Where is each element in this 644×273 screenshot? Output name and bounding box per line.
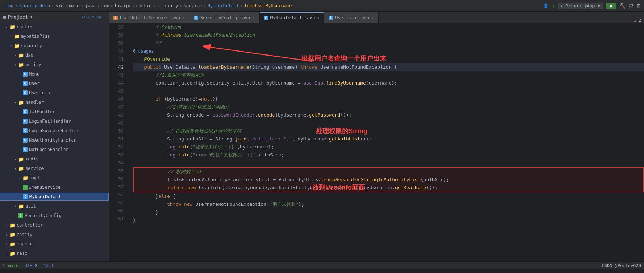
code-line-44: com.tianju.config.security.entity.User b…	[133, 79, 644, 87]
tree-item-IMenuService[interactable]: › I IMenuService	[0, 183, 109, 192]
settings-icon[interactable]: ⚙	[97, 14, 100, 20]
sort-icon[interactable]: ⇅	[92, 14, 95, 20]
tree-item-redis[interactable]: › 📁 redis	[0, 154, 109, 164]
top-bar-right: 👤 ↑ ⚙ SecurityApp ▼ ▶ 🔨 🛡 ⚙	[543, 2, 641, 9]
sidebar-toolbar: ⊕ ≡ ⇅ ⚙ −	[82, 14, 106, 20]
tab-warning: ⚠ 2	[634, 18, 644, 23]
run-config-dropdown[interactable]: ⚙ SecurityApp ▼	[558, 3, 603, 9]
main-layout: ▦ Project ▾ ⊕ ≡ ⇅ ⚙ − ▾ 📁 config	[0, 12, 644, 261]
code-line-59: throw new UsernameNotFoundException("用户未…	[133, 200, 644, 208]
tree-item-entity2[interactable]: › 📁 entity	[0, 230, 109, 239]
code-line-40: 6 usages	[133, 47, 644, 55]
tab-icon-blue-2: C	[329, 16, 333, 20]
project-icon: ▦	[3, 14, 6, 20]
code-editor: 37 38 39 40 41 42 43 44 45 46 47 48 49 5…	[109, 23, 644, 261]
tree-item-MyUserDetail[interactable]: › C MyUserDetail	[0, 192, 109, 201]
code-line-39: */	[133, 39, 644, 47]
top-bar: ring-security-demo › src › main › java ›…	[0, 0, 644, 12]
warning-icon: ⚠ 2	[634, 18, 641, 23]
tab-MyUserDetail[interactable]: C MyUserDetail.java ×	[260, 12, 324, 23]
code-line-57: return new UserInfo(username,encode,auth…	[134, 184, 643, 192]
tab-label: UserDetailsService.java	[120, 15, 180, 20]
tree-item-entity[interactable]: ▾ 📁 entity	[0, 60, 109, 69]
tree-item-LoginSuccessHandler[interactable]: › C LoginSuccessHandler	[0, 126, 109, 135]
sidebar-title: ▦ Project ▾	[3, 14, 33, 20]
git-branch: ⑂ main	[3, 263, 19, 268]
tree-item-JwtHandler[interactable]: › C JwtHandler	[0, 107, 109, 117]
sidebar-header: ▦ Project ▾ ⊕ ≡ ⇅ ⚙ −	[0, 12, 109, 22]
tree-item-LoginFailHandler[interactable]: › C LoginFailHandler	[0, 117, 109, 126]
tree-item-impl[interactable]: › 📁 impl	[0, 173, 109, 183]
tree-item-controller[interactable]: › 📁 controller	[0, 220, 109, 230]
tab-SecurityConfig[interactable]: C SecurityConfig.java ×	[189, 12, 260, 23]
code-line-42: ▶ public UserDetails loadUserByUsername(…	[133, 63, 644, 71]
build-button[interactable]: 🔨	[619, 3, 625, 9]
expand-all-icon[interactable]: ⊕	[82, 14, 85, 20]
tree-item-util[interactable]: › 📁 util	[0, 201, 109, 211]
code-line-58: }else {	[133, 192, 644, 200]
coverage-button[interactable]: 🛡	[628, 3, 633, 9]
tree-item-NoAuthorityHandler[interactable]: › C NoAuthorityHandler	[0, 135, 109, 145]
settings-icon[interactable]: ⚙	[636, 3, 641, 9]
code-line-60: }	[133, 208, 644, 216]
tree-item-Menu[interactable]: › C Menu	[0, 69, 109, 79]
tab-icon-blue: C	[194, 16, 198, 20]
tab-close[interactable]: ×	[317, 16, 320, 20]
collapse-all-icon[interactable]: ≡	[87, 14, 90, 20]
code-line-55: // 权限的list	[134, 168, 643, 176]
encoding: UTF-8	[24, 263, 37, 268]
tree-item-mybatisPlus[interactable]: › 📁 mybatisPlus	[0, 32, 109, 41]
code-line-61: }	[133, 216, 644, 224]
project-title: ring-security-demo	[3, 3, 50, 8]
code-line-52: log.info("登录的用户为：{}",byUsername);	[133, 143, 644, 151]
code-line-49	[133, 119, 644, 127]
status-right: CSDN @Perley620	[602, 263, 641, 268]
dropdown-icon[interactable]: ▾	[30, 14, 33, 20]
file-tree: ▾ 📁 config › 📁 mybatisPlus ▾ 📁 security	[0, 22, 109, 261]
tab-UserInfo[interactable]: C UserInfo.java ×	[324, 12, 379, 23]
tree-item-mapper[interactable]: › 📁 mapper	[0, 239, 109, 249]
tab-close-2[interactable]: ×	[371, 15, 374, 20]
code-line-43: //1:拿用户名查数据库	[133, 71, 644, 79]
code-line-47: //2:查出用户信息放入容器中	[133, 103, 644, 111]
code-line-56: List<GrantedAuthority> authorityList = A…	[134, 176, 643, 184]
tree-item-UserInfo[interactable]: › C UserInfo	[0, 88, 109, 98]
tree-item-service2[interactable]: › 📁 service	[0, 258, 109, 261]
code-content[interactable]: * @return * @throws UsernameNotFoundExce…	[127, 23, 644, 261]
code-line-48: String encode = passwordEncoder.encode(b…	[133, 111, 644, 119]
tree-item-handler[interactable]: ▾ 📁 handler	[0, 98, 109, 107]
user-icon: 👤	[543, 3, 549, 8]
close-icon[interactable]: −	[103, 14, 106, 20]
tree-item-User[interactable]: › C User	[0, 79, 109, 88]
tab-label-active: MyUserDetail.java	[270, 15, 315, 20]
code-line-45	[133, 87, 644, 95]
tab-label: SecurityConfig.java	[200, 15, 250, 20]
status-bar: ⑂ main UTF-8 42:1 CSDN @Perley620	[0, 261, 644, 269]
code-line-46: if (byUsername!=null){	[133, 95, 644, 103]
vcs-icon[interactable]: ↑	[551, 2, 555, 9]
tree-item-service[interactable]: ▾ 📁 service	[0, 164, 109, 173]
tab-icon-blue-active: C	[264, 16, 268, 20]
tabs-bar: I UserDetailsService.java × C SecurityCo…	[109, 12, 644, 23]
tree-item-dao[interactable]: › 📁 dao	[0, 50, 109, 60]
watermark: CSDN @Perley620	[602, 263, 641, 268]
tree-item-security[interactable]: ▾ 📁 security	[0, 41, 109, 50]
code-line-38: * @throws UsernameNotFoundException	[133, 31, 644, 39]
tab-label-2: UserInfo.java	[335, 15, 369, 20]
tab-close[interactable]: ×	[252, 15, 255, 20]
line-col: 42:1	[43, 263, 54, 268]
tab-icon-orange: I	[113, 16, 118, 20]
tree-item-NotLoginHandler[interactable]: › C NotLoginHandler	[0, 145, 109, 154]
code-line-41: @Override	[133, 55, 644, 63]
code-line-54	[133, 159, 644, 167]
code-line-53: log.info(">>>> 该用户的权限为：{}",authStr);	[133, 151, 644, 159]
run-button[interactable]: ▶	[606, 3, 616, 9]
tab-close[interactable]: ×	[182, 15, 185, 20]
line-numbers: 37 38 39 40 41 42 43 44 45 46 47 48 49 5…	[109, 23, 127, 261]
code-line-37: * @return	[133, 23, 644, 31]
tab-UserDetailsService[interactable]: I UserDetailsService.java ×	[109, 12, 189, 23]
code-line-50: // 把权限集合转成以逗号分割字符	[133, 127, 644, 135]
tree-item-config[interactable]: ▾ 📁 config	[0, 22, 109, 32]
tree-item-resp[interactable]: › 📁 resp	[0, 249, 109, 258]
tree-item-SecurityConfig[interactable]: › C SecurityConfig	[0, 211, 109, 220]
